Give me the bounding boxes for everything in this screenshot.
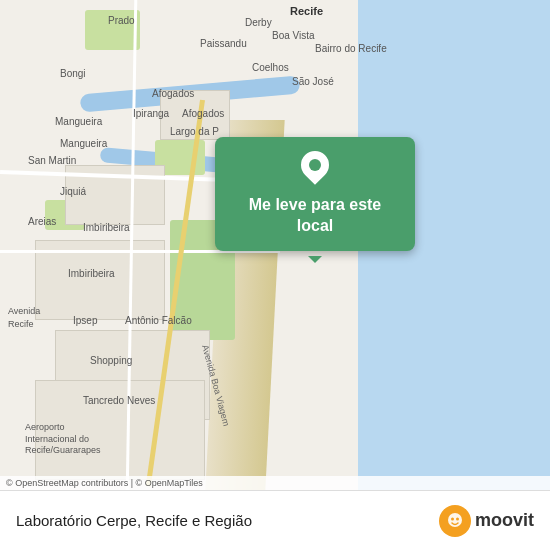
moovit-logo: moovit — [439, 505, 534, 537]
navigate-popup[interactable]: Me leve para este local — [215, 137, 415, 251]
park-area-1 — [85, 10, 140, 50]
moovit-text: moovit — [475, 510, 534, 531]
svg-point-1 — [451, 517, 454, 520]
popup-label: Me leve para este local — [249, 196, 382, 234]
location-label: Laboratório Cerpe, Recife e Região — [16, 512, 252, 529]
urban-4 — [35, 380, 205, 480]
bottom-bar: Laboratório Cerpe, Recife e Região moovi… — [0, 490, 550, 550]
popup-pin-icon — [297, 151, 333, 187]
moovit-face-icon — [445, 511, 465, 531]
svg-point-2 — [456, 517, 459, 520]
map-container: Recife Derby Boa Vista Bairro do Recife … — [0, 0, 550, 490]
map-attribution: © OpenStreetMap contributors | © OpenMap… — [0, 476, 550, 490]
moovit-icon — [439, 505, 471, 537]
